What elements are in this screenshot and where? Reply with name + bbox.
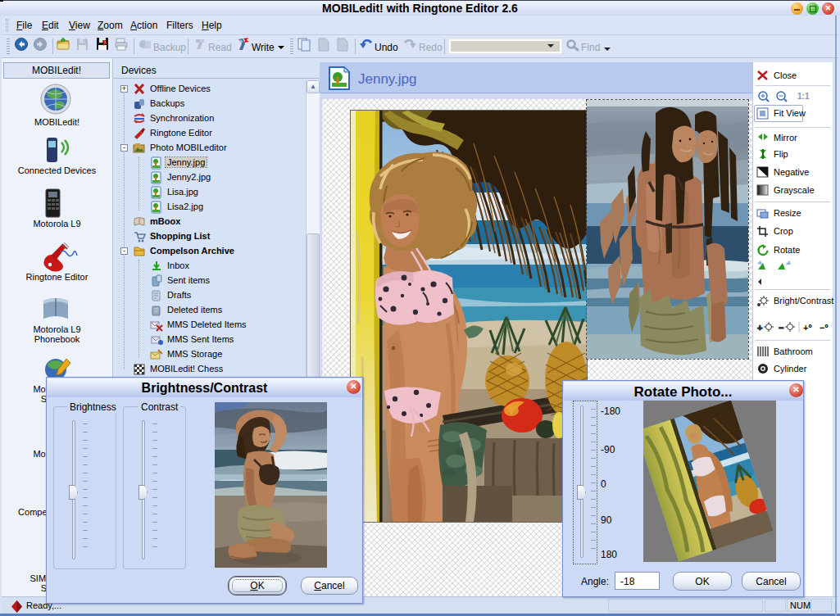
svg-text:1:1: 1:1 (797, 92, 810, 101)
svg-text:−º: −º (820, 323, 828, 333)
svg-text:+º: +º (803, 323, 811, 333)
svg-text:+: + (757, 323, 762, 333)
svg-text:−: − (779, 323, 783, 333)
